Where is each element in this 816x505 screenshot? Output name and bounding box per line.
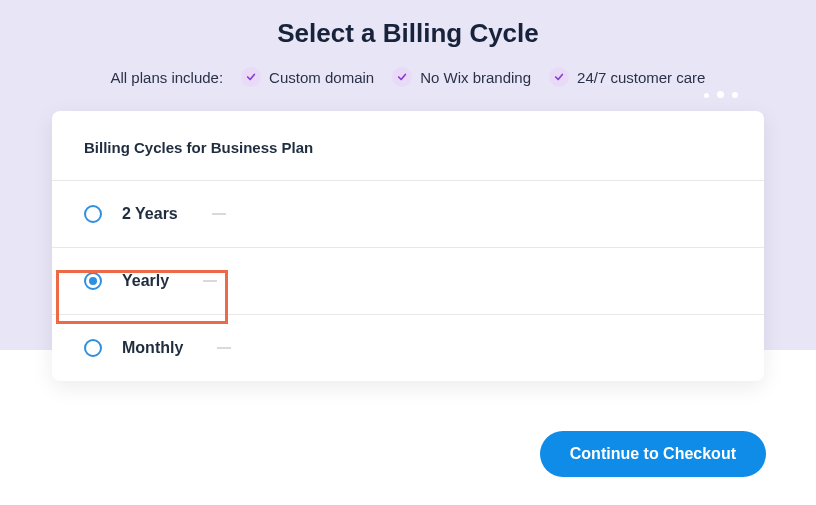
- option-2-years[interactable]: 2 Years: [52, 181, 764, 248]
- placeholder-dash: [203, 280, 217, 282]
- check-icon: [392, 67, 412, 87]
- perks-row: All plans include: Custom domain No Wix …: [0, 67, 816, 87]
- perk-label: 24/7 customer care: [577, 69, 705, 86]
- option-label: Monthly: [122, 339, 183, 357]
- billing-card: Billing Cycles for Business Plan 2 Years…: [52, 111, 764, 381]
- perks-label: All plans include:: [111, 69, 224, 86]
- placeholder-dash: [217, 347, 231, 349]
- perk-custom-domain: Custom domain: [241, 67, 374, 87]
- continue-to-checkout-button[interactable]: Continue to Checkout: [540, 431, 766, 477]
- option-yearly[interactable]: Yearly: [52, 248, 764, 315]
- check-icon: [241, 67, 261, 87]
- perk-label: No Wix branding: [420, 69, 531, 86]
- placeholder-dash: [212, 213, 226, 215]
- page-title: Select a Billing Cycle: [0, 18, 816, 49]
- radio-icon: [84, 272, 102, 290]
- radio-icon: [84, 339, 102, 357]
- card-title: Billing Cycles for Business Plan: [52, 139, 764, 181]
- perk-label: Custom domain: [269, 69, 374, 86]
- perk-no-branding: No Wix branding: [392, 67, 531, 87]
- perk-customer-care: 24/7 customer care: [549, 67, 705, 87]
- option-monthly[interactable]: Monthly: [52, 315, 764, 381]
- check-icon: [549, 67, 569, 87]
- option-label: Yearly: [122, 272, 169, 290]
- radio-icon: [84, 205, 102, 223]
- option-label: 2 Years: [122, 205, 178, 223]
